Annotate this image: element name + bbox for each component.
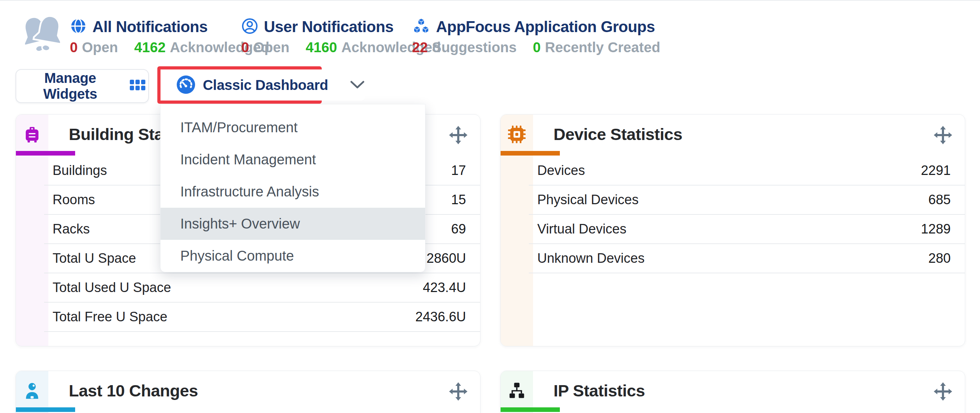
widget-accent-bar bbox=[16, 151, 75, 156]
manage-widgets-label: Manage Widgets bbox=[18, 70, 122, 102]
stat-value: 69 bbox=[451, 221, 466, 237]
annotation-highlight-box: Classic Dashboard bbox=[158, 66, 322, 104]
widget-accent-bar bbox=[16, 407, 75, 412]
widget-title: Last 10 Changes bbox=[69, 381, 198, 400]
dropdown-item-itam-procurement[interactable]: ITAM/Procurement bbox=[161, 111, 425, 143]
move-handle-icon[interactable] bbox=[934, 382, 952, 402]
stat-label: Total Free U Space bbox=[52, 309, 167, 324]
suitcase-icon bbox=[23, 125, 41, 145]
all-notifications-title: All Notifications bbox=[92, 18, 207, 36]
widget-accent-bar bbox=[501, 151, 560, 156]
device-statistics-widget: Device Statistics Devices2291Physical De… bbox=[500, 114, 965, 346]
ip-statistics-widget: IP Statistics bbox=[500, 371, 965, 413]
stat-row: Virtual Devices1289 bbox=[529, 215, 965, 244]
user-circle-icon bbox=[241, 17, 258, 36]
stat-value: 685 bbox=[929, 192, 951, 207]
stat-label: Rooms bbox=[52, 192, 95, 207]
person-icon bbox=[23, 381, 41, 401]
all-open-count: 0 bbox=[70, 40, 78, 56]
notifications-bell-icon[interactable] bbox=[20, 13, 66, 56]
stat-label: Total Used U Space bbox=[52, 280, 171, 295]
user-ack-count: 4160 bbox=[305, 40, 337, 56]
all-notifications-group[interactable]: All Notifications 0 Open 4162 Acknowledg… bbox=[70, 17, 269, 56]
widgets-grid-icon bbox=[130, 78, 146, 94]
user-open-count: 0 bbox=[241, 40, 249, 56]
stat-row: Unknown Devices280 bbox=[529, 244, 965, 273]
move-handle-icon[interactable] bbox=[449, 126, 468, 146]
appfocus-group[interactable]: AppFocus Application Groups 22 Suggestio… bbox=[412, 17, 660, 56]
user-open-label: Open bbox=[253, 40, 289, 56]
stat-label: Devices bbox=[537, 163, 585, 178]
dropdown-item-insights-overview[interactable]: Insights+ Overview bbox=[161, 208, 425, 240]
move-handle-icon[interactable] bbox=[934, 126, 952, 146]
widget-accent-strip bbox=[16, 114, 48, 346]
stat-row: Physical Devices685 bbox=[529, 186, 965, 215]
stat-label: Racks bbox=[52, 221, 90, 237]
dashboard-selector-value: Classic Dashboard bbox=[203, 77, 328, 93]
dropdown-item-infrastructure-analysis[interactable]: Infrastructure Analysis bbox=[161, 176, 425, 208]
stat-label: Virtual Devices bbox=[537, 221, 627, 237]
stat-value: 1289 bbox=[921, 221, 951, 237]
appfocus-recent-label: Recently Created bbox=[545, 40, 660, 56]
stat-value: 15 bbox=[451, 192, 466, 207]
stat-value: 2860U bbox=[426, 251, 466, 266]
manage-widgets-button[interactable]: Manage Widgets bbox=[16, 69, 149, 103]
stat-table: Devices2291Physical Devices685Virtual De… bbox=[529, 156, 965, 273]
sitemap-icon bbox=[508, 381, 526, 401]
appfocus-suggestions-count: 22 bbox=[412, 40, 428, 56]
stat-value: 280 bbox=[929, 251, 951, 266]
all-ack-count: 4162 bbox=[134, 40, 165, 56]
stat-label: Physical Devices bbox=[537, 192, 638, 207]
user-notifications-title: User Notifications bbox=[264, 18, 394, 36]
widget-accent-strip bbox=[501, 114, 533, 346]
stat-row: Total Used U Space423.4U bbox=[44, 273, 480, 303]
dashboard-dropdown-menu: ITAM/ProcurementIncident ManagementInfra… bbox=[160, 104, 425, 272]
stat-value: 2436.6U bbox=[415, 309, 466, 324]
stat-row: Devices2291 bbox=[529, 156, 965, 186]
widget-accent-bar bbox=[501, 407, 560, 412]
stat-label: Unknown Devices bbox=[537, 251, 644, 266]
stat-label: Buildings bbox=[52, 163, 107, 178]
appfocus-title: AppFocus Application Groups bbox=[436, 18, 655, 36]
last-10-changes-widget: Last 10 Changes bbox=[16, 371, 480, 413]
move-handle-icon[interactable] bbox=[449, 382, 468, 402]
dropdown-item-incident-management[interactable]: Incident Management bbox=[161, 143, 425, 176]
appfocus-suggestions-label: Suggestions bbox=[432, 40, 517, 56]
stat-value: 17 bbox=[451, 163, 466, 178]
dashboard-page: All Notifications 0 Open 4162 Acknowledg… bbox=[0, 0, 980, 413]
stat-value: 423.4U bbox=[423, 280, 466, 295]
cubes-icon bbox=[412, 17, 430, 36]
user-notifications-group[interactable]: User Notifications 0 Open 4160 Acknowled… bbox=[241, 17, 441, 56]
widget-title: Device Statistics bbox=[554, 124, 682, 144]
all-open-label: Open bbox=[82, 40, 118, 56]
dashboard-selector[interactable]: Classic Dashboard bbox=[161, 70, 365, 100]
stat-row: Total Free U Space2436.6U bbox=[44, 303, 480, 332]
dropdown-item-physical-compute[interactable]: Physical Compute bbox=[161, 240, 425, 272]
appfocus-recent-count: 0 bbox=[533, 40, 541, 56]
stat-label: Total U Space bbox=[52, 251, 136, 266]
widget-title: IP Statistics bbox=[554, 381, 645, 400]
stat-value: 2291 bbox=[921, 163, 951, 178]
chevron-down-icon bbox=[350, 80, 365, 90]
gauge-icon bbox=[176, 75, 196, 95]
cpu-chip-icon bbox=[508, 125, 526, 145]
globe-icon bbox=[70, 17, 87, 36]
